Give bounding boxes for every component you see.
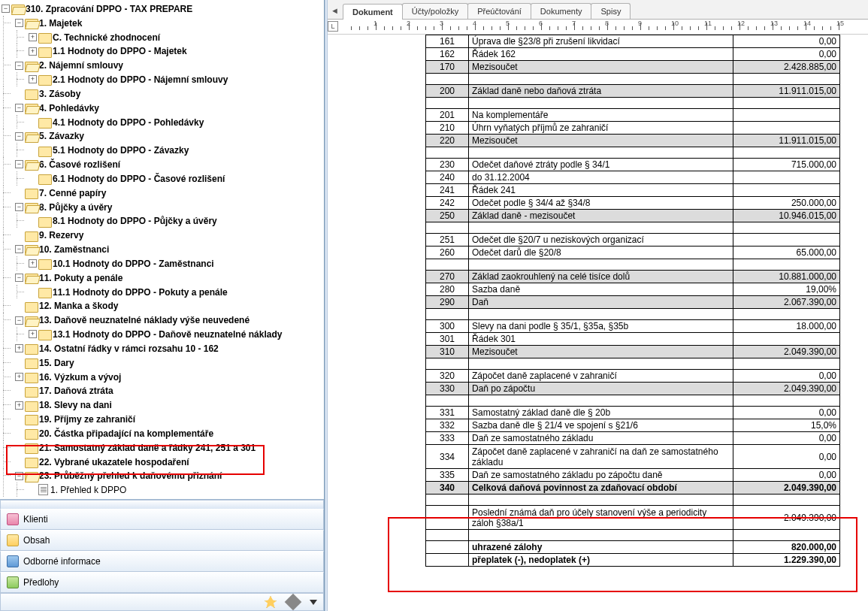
row-value: 715.000,00 xyxy=(733,159,840,171)
tree-toggle[interactable]: − xyxy=(15,203,23,211)
folder-icon xyxy=(38,287,50,297)
tree-node[interactable]: 1. Majetek xyxy=(39,18,82,29)
row-description: Daň ze samostatného základu po zápočtu d… xyxy=(469,469,733,482)
tree-node[interactable]: 11. Pokuty a penále xyxy=(39,273,122,283)
nav-odborne[interactable]: Odborné informace xyxy=(0,551,324,572)
row-description: uhrazené zálohy xyxy=(469,541,733,554)
tree-node[interactable]: 19. Příjmy ze zahraničí xyxy=(39,414,135,425)
tab-nav-prev-icon[interactable]: ◄ xyxy=(331,6,339,15)
row-number: 300 xyxy=(426,320,469,333)
tree-node[interactable]: 14. Ostatní řádky v rámci rozsahu 10 - 1… xyxy=(39,343,219,354)
tree-node[interactable]: 23. Průběžný přehled k daňovému přiznání xyxy=(39,470,222,481)
tree-toggle[interactable]: + xyxy=(29,75,37,83)
table-row: 280Sazba daně19,00% xyxy=(426,283,840,296)
tree-toggle[interactable]: − xyxy=(15,104,23,112)
row-description: Úhrn vyňatých příjmů ze zahraničí xyxy=(469,122,733,135)
tree-node[interactable]: 13.1 Hodnoty do DPPO - Daňově neuznateln… xyxy=(53,329,282,340)
tree-node[interactable]: 8. Půjčky a úvěry xyxy=(39,201,112,212)
table-row: 334Zápočet daně zaplacené v zahraničí na… xyxy=(426,445,840,469)
tree-node[interactable]: 2.1 Hodnoty do DPPO - Nájemní smlouvy xyxy=(53,74,228,85)
tab-dokumenty[interactable]: Dokumenty xyxy=(531,3,592,19)
tree-node[interactable]: 10. Zaměstnanci xyxy=(39,244,109,255)
tree-toggle[interactable]: − xyxy=(15,472,23,480)
row-number xyxy=(426,554,469,567)
tree-node[interactable]: 16. Výzkum a vývoj xyxy=(39,371,121,382)
tree-node-root[interactable]: 310. Zpracování DPPO - TAX PREPARE xyxy=(26,4,192,14)
row-value: 0,00 xyxy=(733,48,840,61)
table-row: přeplatek (-), nedoplatek (+)1.229.390,0… xyxy=(426,554,840,567)
row-number: 220 xyxy=(426,135,469,147)
tree-node[interactable]: 17. Daňová ztráta xyxy=(39,386,113,396)
tree-toggle[interactable]: + xyxy=(15,344,23,352)
tree-node[interactable]: 3. Zásoby xyxy=(39,89,80,99)
tree-toggle[interactable]: − xyxy=(15,316,23,325)
tree-node[interactable]: 10.1 Hodnoty do DPPO - Zaměstnanci xyxy=(53,259,214,269)
tree-node[interactable]: 4. Pohledávky xyxy=(39,103,99,113)
tree-node[interactable]: 21. Samostatný základ daně a řádky 241, … xyxy=(39,443,256,453)
folder-icon xyxy=(25,443,37,452)
ruler-origin[interactable]: L xyxy=(328,21,338,32)
tree-node[interactable]: 6. Časové rozlišení xyxy=(39,159,120,170)
document-area[interactable]: 161Úprava dle §23/8 při zrušení likvidac… xyxy=(328,35,868,611)
tree-node[interactable]: 6.1 Hodnoty do DPPO - Časové rozlišení xyxy=(53,174,225,184)
tree-toggle[interactable]: − xyxy=(2,5,10,13)
tree-toggle[interactable]: − xyxy=(15,62,23,70)
tab-spisy[interactable]: Spisy xyxy=(591,3,631,19)
tree-node[interactable]: 8.1 Hodnoty do DPPO - Půjčky a úvěry xyxy=(53,216,217,226)
odborne-icon xyxy=(7,555,19,567)
tree-toggle[interactable]: − xyxy=(15,160,23,168)
row-value: 2.049.390,00 xyxy=(733,346,840,358)
row-description: Základ daně nebo daňová ztráta xyxy=(469,85,733,98)
tree-node[interactable]: 5.1 Hodnoty do DPPO - Závazky xyxy=(53,145,189,156)
tree-toggle[interactable]: − xyxy=(15,245,23,253)
tree-node[interactable]: 22. Vybrané ukazatele hospodaření xyxy=(39,456,189,467)
table-row: 220Mezisoučet11.911.015,00 xyxy=(426,135,840,147)
tree-node[interactable]: 1.1 Hodnoty do DPPO - Majetek xyxy=(53,46,187,56)
tab-preuctovani[interactable]: Přeúčtování xyxy=(467,3,531,19)
tree-toggle[interactable]: + xyxy=(29,33,37,41)
tree-node[interactable]: 9. Rezervy xyxy=(39,230,83,240)
tree-toggle[interactable]: + xyxy=(29,47,37,56)
tree-view[interactable]: −310. Zpracování DPPO - TAX PREPARE −1. … xyxy=(0,0,324,499)
table-row: 340Celková daňová povinnost za zdaňovací… xyxy=(426,482,840,495)
row-value: 2.067.390,00 xyxy=(733,296,840,309)
row-description: Sazba daně xyxy=(469,283,733,296)
tab-ucty[interactable]: Účty/položky xyxy=(402,3,468,19)
tree-node[interactable]: 13. Daňově neuznatelné náklady výše neuv… xyxy=(39,315,250,325)
tree-node[interactable]: 15. Dary xyxy=(39,358,74,368)
row-number: 241 xyxy=(426,184,469,197)
folder-icon xyxy=(25,386,37,396)
tree-toggle[interactable]: + xyxy=(29,330,37,338)
tree-toggle[interactable]: − xyxy=(15,19,23,27)
tree-node[interactable]: 20. Částka připadající na komplementáře xyxy=(39,428,213,439)
tree-node[interactable]: 1. Přehled k DPPO xyxy=(50,485,126,495)
nav-predlohy[interactable]: Předlohy xyxy=(0,572,324,593)
row-description: Na komplementáře xyxy=(469,109,733,122)
tree-node[interactable]: 4.1 Hodnoty do DPPO - Pohledávky xyxy=(53,116,204,127)
tree-node[interactable]: C. Technické zhodnocení xyxy=(53,32,160,42)
row-number: 251 xyxy=(426,234,469,247)
nav-klienti[interactable]: Klienti xyxy=(0,509,324,530)
row-value xyxy=(733,184,840,197)
dropdown-icon[interactable] xyxy=(310,600,317,605)
nav-obsah[interactable]: Obsah xyxy=(0,530,324,551)
tree-toggle[interactable]: + xyxy=(15,401,23,410)
tree-node[interactable]: 2. Nájemní smlouvy xyxy=(39,60,123,71)
tree-node[interactable]: 7. Cenné papíry xyxy=(39,188,106,198)
tab-dokument[interactable]: Dokument xyxy=(343,4,403,20)
tree-toggle[interactable]: + xyxy=(15,373,23,381)
row-value: 2.049.390,00 xyxy=(733,383,840,395)
row-description: Základ daně - mezisoučet xyxy=(469,210,733,222)
person-icon[interactable] xyxy=(265,596,277,608)
folder-icon xyxy=(38,216,50,226)
tree-node[interactable]: 12. Manka a škody xyxy=(39,301,118,311)
tools-icon[interactable] xyxy=(285,594,302,611)
tree-toggle[interactable]: − xyxy=(15,274,23,282)
tree-node[interactable]: 5. Závazky xyxy=(39,131,84,141)
tree-toggle[interactable]: − xyxy=(15,132,23,141)
tree-toggle[interactable]: + xyxy=(29,259,37,268)
tree-node[interactable]: 11.1 Hodnoty do DPPO - Pokuty a penále xyxy=(53,286,228,297)
nav-grip[interactable] xyxy=(0,500,324,509)
table-row: 301Řádek 301 xyxy=(426,333,840,346)
tree-node[interactable]: 18. Slevy na dani xyxy=(39,400,112,410)
